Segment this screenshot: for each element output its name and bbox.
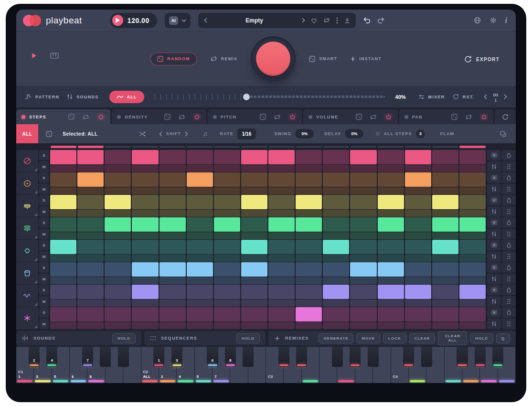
loop-marker-9[interactable] — [269, 146, 295, 148]
step-cell-7[interactable] — [214, 307, 240, 321]
dice-icon[interactable] — [451, 114, 458, 120]
loop-marker-1[interactable] — [51, 146, 76, 148]
step-cell-7[interactable] — [214, 150, 240, 164]
lane-cell-11[interactable] — [323, 187, 349, 194]
play-button[interactable] — [112, 15, 123, 26]
step-cell-3[interactable] — [105, 285, 131, 299]
lane-cell-3[interactable] — [105, 299, 131, 307]
tab-volume[interactable]: VOLUME — [303, 109, 397, 124]
step-cell-16[interactable] — [459, 217, 486, 232]
power-icon[interactable] — [480, 113, 488, 120]
lane-cell-7[interactable] — [214, 277, 240, 284]
clear-row-button[interactable] — [487, 285, 501, 295]
solo-button[interactable]: S — [39, 217, 49, 228]
step-cell-11[interactable] — [323, 195, 349, 209]
lane-cell-2[interactable] — [77, 322, 104, 329]
resize-corner-handle[interactable] — [34, 303, 37, 306]
step-cell-11[interactable] — [323, 172, 349, 187]
swap-icon[interactable] — [139, 131, 146, 137]
loop-marker-12[interactable] — [351, 146, 376, 148]
loop-marker-5[interactable] — [160, 146, 185, 148]
lane-cell-14[interactable] — [405, 165, 431, 172]
step-cell-1[interactable] — [50, 150, 76, 164]
loop-marker-4[interactable] — [132, 146, 158, 148]
lane-cell-10[interactable] — [296, 232, 322, 239]
step-cell-14[interactable] — [405, 285, 431, 299]
step-cell-3[interactable] — [105, 195, 131, 209]
row-grid-button[interactable] — [502, 251, 516, 262]
lane-cell-14[interactable] — [405, 232, 431, 239]
randomize-selected-button[interactable] — [46, 131, 52, 137]
lane-cell-9[interactable] — [268, 255, 295, 262]
lane-cell-12[interactable] — [350, 210, 376, 217]
black-key[interactable]: 6 — [207, 347, 218, 367]
step-cell-15[interactable] — [432, 262, 458, 277]
lane-cell-11[interactable] — [323, 232, 349, 239]
instrument-hihat-open-button[interactable] — [16, 217, 38, 239]
step-cell-10[interactable] — [296, 262, 322, 277]
loop-marker-14[interactable] — [405, 146, 431, 148]
lane-cell-16[interactable] — [459, 255, 486, 262]
lane-cell-14[interactable] — [405, 277, 431, 284]
row-mixer-button[interactable] — [487, 296, 501, 307]
power-icon[interactable] — [384, 113, 393, 120]
lane-cell-10[interactable] — [296, 277, 322, 284]
lane-cell-14[interactable] — [405, 210, 431, 217]
row-grid-button[interactable] — [502, 274, 516, 284]
step-cell-15[interactable] — [432, 240, 458, 254]
step-cell-13[interactable] — [378, 195, 404, 209]
row-mixer-button[interactable] — [487, 229, 501, 239]
lane-cell-5[interactable] — [160, 232, 186, 239]
lane-cell-15[interactable] — [432, 255, 458, 262]
lane-cell-8[interactable] — [241, 299, 267, 307]
lane-cell-5[interactable] — [160, 210, 186, 217]
step-cell-16[interactable] — [459, 307, 486, 321]
step-cell-12[interactable] — [350, 172, 376, 187]
lane-cell-4[interactable] — [132, 255, 158, 262]
step-cell-5[interactable] — [160, 307, 186, 321]
shift-left-button[interactable] — [159, 131, 162, 137]
lane-cell-5[interactable] — [160, 277, 186, 284]
step-cell-12[interactable] — [350, 195, 376, 209]
step-cell-11[interactable] — [323, 217, 349, 232]
lane-cell-9[interactable] — [268, 210, 295, 217]
lane-cell-7[interactable] — [214, 232, 240, 239]
lane-cell-1[interactable] — [50, 299, 76, 307]
humanize-button[interactable] — [502, 262, 516, 273]
sounds-view-button[interactable]: SOUNDS — [67, 94, 98, 100]
step-cell-6[interactable] — [187, 240, 213, 254]
humanize-button[interactable] — [502, 307, 516, 318]
dice-icon[interactable] — [260, 114, 266, 120]
step-cell-4[interactable] — [132, 217, 158, 232]
dice-icon[interactable] — [356, 114, 362, 120]
lane-cell-16[interactable] — [459, 232, 486, 239]
download-icon[interactable] — [344, 17, 350, 23]
solo-button[interactable]: S — [39, 150, 49, 160]
loop-marker-10[interactable] — [296, 146, 322, 148]
step-cell-9[interactable] — [268, 172, 295, 187]
remix-generate-button[interactable]: GENERATE — [319, 333, 354, 343]
lane-cell-3[interactable] — [105, 277, 131, 284]
lane-cell-16[interactable] — [459, 277, 486, 284]
loop-marker-3[interactable] — [105, 146, 131, 148]
step-cell-13[interactable] — [378, 262, 404, 277]
lane-cell-14[interactable] — [405, 322, 431, 329]
lane-cell-13[interactable] — [378, 165, 404, 172]
row-grid-button[interactable] — [502, 206, 516, 217]
step-cell-16[interactable] — [459, 172, 486, 187]
record-dot[interactable] — [309, 115, 312, 119]
lane-cell-16[interactable] — [459, 165, 486, 172]
lane-cell-16[interactable] — [459, 210, 486, 217]
lane-cell-4[interactable] — [132, 232, 158, 239]
lane-cell-7[interactable] — [214, 299, 240, 307]
row-grid-button[interactable] — [502, 229, 516, 239]
solo-button[interactable]: S — [39, 172, 49, 183]
step-cell-12[interactable] — [350, 240, 376, 254]
lane-cell-6[interactable] — [187, 255, 213, 262]
black-key[interactable] — [100, 347, 111, 367]
step-cell-6[interactable] — [187, 172, 213, 187]
lane-cell-15[interactable] — [432, 322, 458, 329]
lane-cell-7[interactable] — [214, 322, 240, 329]
lane-cell-11[interactable] — [323, 210, 349, 217]
lane-cell-12[interactable] — [350, 165, 376, 172]
